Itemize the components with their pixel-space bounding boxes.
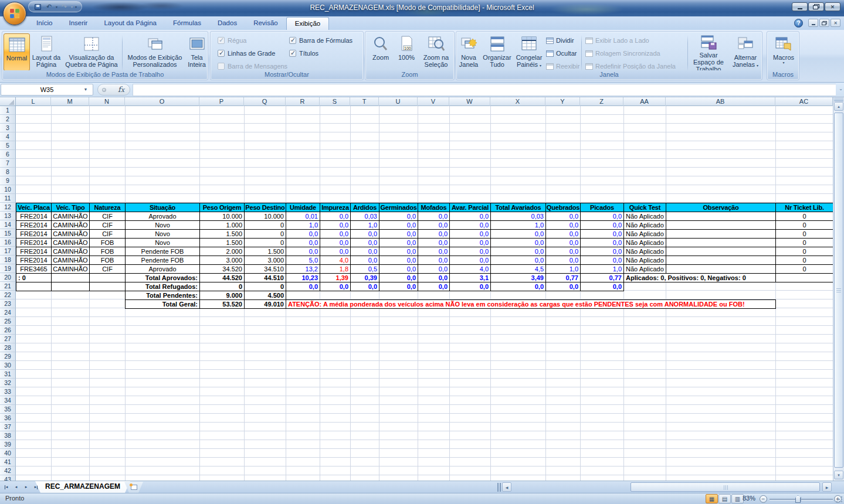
grid-cell[interactable]: 0,0 (320, 212, 351, 221)
select-all-corner[interactable] (0, 97, 16, 106)
grid-cell[interactable]: 0,0 (379, 229, 418, 239)
column-header-S[interactable]: S (320, 97, 350, 106)
previous-sheet-button[interactable]: ◂ (12, 483, 21, 491)
table-header-cell[interactable]: Umidade (286, 203, 320, 212)
grid-cell[interactable] (666, 256, 776, 265)
vertical-scrollbar[interactable]: ▲ ▼ (833, 97, 844, 481)
formula-input[interactable] (133, 84, 836, 96)
grid-cell[interactable]: 0 (244, 220, 286, 230)
grid-cell[interactable]: 0,0 (449, 256, 491, 265)
row-header-15[interactable]: 15 (0, 229, 16, 238)
tab-exibicao[interactable]: Exibição (286, 17, 329, 30)
grid-cell[interactable] (89, 282, 126, 291)
redo-button[interactable]: ↷ (60, 3, 69, 11)
grid-cell[interactable]: 1,0 (286, 220, 320, 230)
grid-cell[interactable]: Novo (125, 238, 200, 247)
grid-cell[interactable]: 1,0 (580, 264, 624, 274)
grid-cell[interactable]: 0,0 (545, 282, 581, 291)
grid-cell[interactable]: Não Aplicado (623, 264, 666, 274)
row-header-10[interactable]: 10 (0, 185, 16, 194)
grid-cell[interactable]: 0,0 (545, 256, 581, 265)
switch-windows-button[interactable]: Alternar Janelas ▾ (728, 33, 762, 71)
grid-cell[interactable]: Pendente FOB (125, 247, 200, 256)
grid-cell[interactable] (666, 238, 776, 247)
next-sheet-button[interactable]: ▸ (22, 483, 30, 491)
row-header-37[interactable]: 37 (0, 423, 16, 431)
row-header-22[interactable]: 22 (0, 291, 16, 299)
scroll-right-button[interactable]: ▶ (822, 482, 832, 492)
grid-cell[interactable]: Não Aplicado (623, 220, 666, 230)
page-break-preview-button[interactable]: Visualização da Quebra de Página (63, 33, 120, 71)
grid-cell[interactable]: FOB (89, 238, 126, 247)
zoom-out-button[interactable]: − (760, 495, 767, 503)
hide-button[interactable]: Ocultar (546, 47, 577, 59)
workbook-minimize-button[interactable] (808, 19, 818, 27)
row-header-6[interactable]: 6 (0, 150, 16, 159)
table-header-cell[interactable]: Peso Origem (199, 203, 245, 212)
grid-cell[interactable]: Novo (125, 220, 200, 230)
zoom-to-selection-button[interactable]: Zoom na Seleção (419, 33, 453, 71)
freeze-panes-button[interactable]: Congelar Painéis ▾ (513, 33, 545, 71)
vertical-scroll-thumb[interactable] (834, 113, 843, 468)
table-header-cell[interactable]: Germinados (379, 203, 418, 212)
grid-cell[interactable]: 0,0 (286, 247, 320, 256)
arrange-all-button[interactable]: Organizar Tudo (482, 33, 513, 71)
grid-cell[interactable] (666, 247, 776, 256)
zoom-slider-handle[interactable] (795, 495, 801, 503)
grid-cell[interactable]: 0,0 (490, 229, 546, 239)
grid-cell[interactable]: FRE2014 (16, 220, 52, 230)
row-header-21[interactable]: 21 (0, 282, 16, 291)
grid-cell[interactable]: 4,0 (449, 264, 491, 274)
full-screen-button[interactable]: Tela Inteira (186, 33, 208, 71)
column-header-U[interactable]: U (379, 97, 418, 106)
grid-cell[interactable]: CAMINHÃO (51, 212, 90, 221)
undo-button[interactable]: ↶ (45, 3, 53, 11)
grid-cell[interactable]: CIF (89, 212, 126, 221)
tab-inicio[interactable]: Início (28, 17, 61, 30)
row-header-40[interactable]: 40 (0, 449, 16, 458)
checkbox-barra-de-mensagens[interactable]: Barra de Mensagens (218, 62, 287, 71)
table-header-cell[interactable]: Nr Ticket Lib. (775, 203, 833, 212)
grid-cell[interactable] (666, 212, 776, 221)
grid-cell[interactable]: 0,03 (490, 212, 546, 221)
grid-cell[interactable]: 0,0 (449, 212, 491, 221)
scroll-down-button[interactable]: ▼ (834, 471, 843, 479)
column-header-Q[interactable]: Q (244, 97, 286, 106)
row-header-8[interactable]: 8 (0, 168, 16, 176)
grid-cell[interactable]: 0,0 (379, 264, 418, 274)
table-header-cell[interactable]: Avar. Parcial (449, 203, 491, 212)
grid-cell[interactable]: FRE2014 (16, 212, 52, 221)
grid-cell[interactable]: 4,5 (490, 264, 546, 274)
grid-cell[interactable] (775, 273, 833, 282)
split-button[interactable]: Dividir (546, 35, 574, 46)
grid-cell[interactable]: 0,0 (418, 282, 450, 291)
grid-cell[interactable]: 0,0 (580, 247, 624, 256)
grid-cell[interactable]: 0,0 (449, 238, 491, 247)
row-header-12[interactable]: 12 (0, 203, 16, 212)
grid-cell[interactable]: Aprovado (125, 212, 200, 221)
grid-cell[interactable]: Não Aplicado (623, 229, 666, 239)
undo-dropdown[interactable]: ▾ (56, 5, 57, 9)
tab-revisao[interactable]: Revisão (245, 17, 286, 30)
column-header-Z[interactable]: Z (580, 97, 623, 106)
new-window-button[interactable]: Nova Janela (457, 33, 480, 71)
row-header-14[interactable]: 14 (0, 220, 16, 229)
grid-cell[interactable]: CIF (89, 264, 126, 274)
tab-dados[interactable]: Dados (209, 17, 245, 30)
grid-cell[interactable]: 10.000 (244, 212, 286, 221)
grid-cell[interactable]: 44.520 (199, 273, 245, 282)
grid-cell[interactable]: CIF (89, 229, 126, 239)
resize-grip[interactable] (835, 495, 843, 503)
grid-cell[interactable]: 4.500 (244, 291, 286, 300)
column-header-Y[interactable]: Y (545, 97, 580, 106)
page-layout-view-button[interactable]: Layout da Página (31, 33, 62, 71)
table-header-cell[interactable]: Mofados (418, 203, 450, 212)
scroll-left-button[interactable]: ◀ (502, 482, 511, 492)
grid-cell[interactable]: 0,0 (490, 247, 546, 256)
grid-cell[interactable]: Não Aplicado (623, 256, 666, 265)
page-layout-view-shortcut[interactable]: ▤ (718, 494, 731, 503)
grid-cell[interactable]: Total Aprovados: (125, 273, 200, 282)
row-header-1[interactable]: 1 (0, 106, 16, 115)
grid-cell[interactable]: 1,0 (350, 220, 379, 230)
grid-cell[interactable]: 0,0 (418, 247, 450, 256)
